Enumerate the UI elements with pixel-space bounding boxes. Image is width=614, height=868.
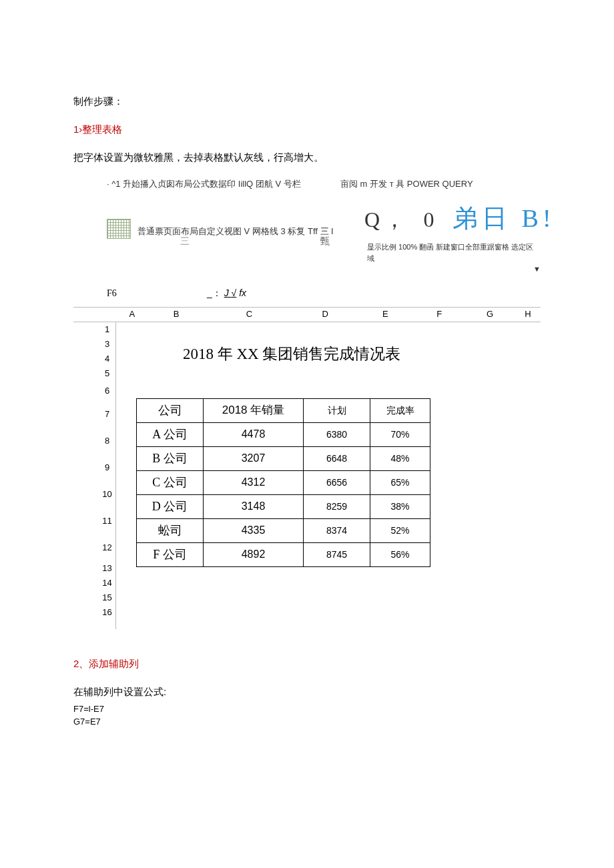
row-header[interactable]: 7	[99, 401, 115, 428]
row-header[interactable]: 9	[99, 454, 115, 481]
col-header[interactable]: A	[116, 308, 147, 322]
table-row: 蚣司4335837452%	[137, 518, 430, 542]
cell-sales[interactable]: 4478	[204, 422, 304, 446]
table-row: B 公司3207664848%	[137, 446, 430, 470]
row-header[interactable]: 10	[99, 481, 115, 508]
formula-bar-row: F6 _： J √ fx	[73, 286, 541, 301]
row-header[interactable]: 12	[99, 534, 115, 561]
cell-sales[interactable]: 3207	[204, 446, 304, 470]
col-header[interactable]: G	[465, 308, 515, 322]
row-header[interactable]: 6	[99, 381, 115, 401]
formula-g7: G7=E7	[73, 715, 541, 729]
cell-plan[interactable]: 6648	[304, 446, 370, 470]
dropdown-triangle-icon: ▼	[107, 264, 541, 276]
col-header[interactable]: C	[205, 308, 294, 322]
step1-heading: 1›整理表格	[73, 121, 541, 137]
row-header[interactable]: 3	[99, 337, 115, 352]
ribbon-large-glyphs: Q， 0 弟日 B!	[364, 198, 555, 239]
cell-sales[interactable]: 4312	[204, 470, 304, 494]
table-row: F 公司4892874556%	[137, 542, 430, 566]
table-row: C 公司4312665665%	[137, 470, 430, 494]
th-plan[interactable]: 计划	[304, 398, 370, 422]
cell-rate[interactable]: 38%	[370, 494, 430, 518]
cell-plan[interactable]: 8259	[304, 494, 370, 518]
row-header[interactable]: 14	[99, 576, 115, 590]
cell-plan[interactable]: 6656	[304, 470, 370, 494]
cell-plan[interactable]: 8374	[304, 518, 370, 542]
cell-rate[interactable]: 65%	[370, 470, 430, 494]
excel-ribbon-screenshot: · ^1 升始播入贞囱布局公式数据印 IillQ 团航 V 号栏 亩阅 m 开发…	[73, 177, 541, 275]
formula-f7: F7=l-E7	[73, 703, 541, 716]
cell-rate[interactable]: 70%	[370, 422, 430, 446]
ribbon-tabs-left: · ^1 升始播入贞囱布局公式数据印 IillQ 团航 V 号栏	[107, 177, 340, 191]
cell-rate[interactable]: 52%	[370, 518, 430, 542]
col-header[interactable]: H	[515, 308, 541, 322]
cell-co[interactable]: C 公司	[137, 470, 204, 494]
row-header[interactable]: 5	[99, 366, 115, 381]
row-header[interactable]: 16	[99, 605, 115, 620]
name-box[interactable]: F6	[107, 286, 207, 301]
step1-desc: 把字体设置为微软雅黑，去掉表格默认灰线，行高增大。	[73, 149, 541, 165]
cell-sales[interactable]: 4892	[204, 542, 304, 566]
row-header[interactable]: 15	[99, 590, 115, 605]
glyph-san: 三	[180, 234, 190, 248]
cell-co[interactable]: A 公司	[137, 422, 204, 446]
intro-text: 制作步骤：	[73, 93, 541, 109]
glyph-zhen: 甄	[320, 234, 330, 248]
cell-rate[interactable]: 48%	[370, 446, 430, 470]
ribbon-tabs-right: 亩阅 m 开发 т 具 POWER QUERY	[340, 177, 473, 191]
row-numbers: 1 3 4 5 6 7 8 9 10 11 12 13 14 15 16	[99, 322, 116, 629]
th-rate[interactable]: 完成率	[370, 398, 430, 422]
sheet-title: 2018 年 XX 集团销售完成情况表	[183, 342, 400, 367]
cell-sales[interactable]: 4335	[204, 518, 304, 542]
normal-view-icon	[107, 219, 131, 239]
table-header-row: 公司 2018 年销量 计划 完成率	[137, 398, 430, 422]
cell-co[interactable]: D 公司	[137, 494, 204, 518]
row-header[interactable]: 13	[99, 561, 115, 576]
table-row: A 公司4478638070%	[137, 422, 430, 446]
col-header[interactable]: D	[294, 308, 357, 322]
row-header[interactable]: 8	[99, 428, 115, 454]
cell-co[interactable]: 蚣司	[137, 518, 204, 542]
col-header[interactable]: E	[357, 308, 414, 322]
ribbon-view-options: 普通票页面布局自定义视图 V 网格线 3 标复 Tff 三 I	[137, 222, 364, 239]
sales-table: 公司 2018 年销量 计划 完成率 A 公司4478638070%B 公司32…	[136, 398, 430, 567]
cell-plan[interactable]: 6380	[304, 422, 370, 446]
step2-heading: 2、添加辅助列	[73, 656, 541, 672]
ribbon-zoom-window-labels: 显示比例 100% 翻函 新建窗口全部重踞窗格 选定区域	[367, 242, 541, 265]
fx-bar[interactable]: _： J √ fx	[207, 286, 246, 300]
row-header[interactable]: 1	[99, 322, 115, 337]
column-headers: A B C D E F G H	[73, 307, 541, 322]
cell-co[interactable]: F 公司	[137, 542, 204, 566]
cell-sales[interactable]: 3148	[204, 494, 304, 518]
cell-co[interactable]: B 公司	[137, 446, 204, 470]
cell-rate[interactable]: 56%	[370, 542, 430, 566]
step2-desc: 在辅助列中设置公式:	[73, 684, 541, 700]
row-header[interactable]: 4	[99, 352, 115, 366]
th-company[interactable]: 公司	[137, 398, 204, 422]
row-header[interactable]: 11	[99, 508, 115, 534]
cell-plan[interactable]: 8745	[304, 542, 370, 566]
th-sales[interactable]: 2018 年销量	[204, 398, 304, 422]
col-header[interactable]: B	[147, 308, 204, 322]
table-row: D 公司3148825938%	[137, 494, 430, 518]
col-header[interactable]: F	[414, 308, 465, 322]
